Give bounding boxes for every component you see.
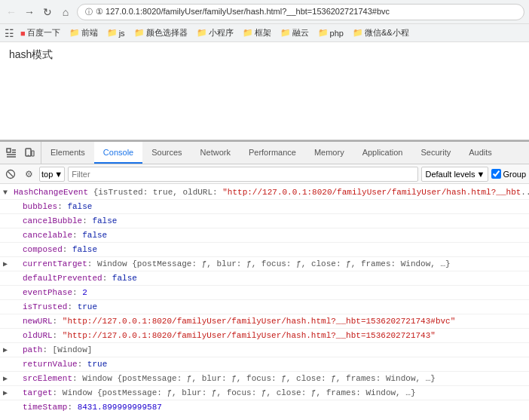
baidu-icon: ■ — [20, 29, 26, 38]
bookmark-miniapp[interactable]: 📁 小程序 — [194, 26, 237, 39]
filter-toggle-button[interactable]: ⚙ — [21, 167, 36, 182]
level-dropdown-icon: ▼ — [477, 170, 485, 179]
address-bar[interactable]: ⓘ ① 127.0.0.1:8020/familyUser/familyUser… — [77, 4, 524, 20]
bookmark-baidu[interactable]: ■ 百度一下 — [17, 26, 63, 39]
folder-icon-fw: 📁 — [243, 28, 253, 38]
tab-sources[interactable]: Sources — [142, 142, 191, 164]
console-toolbar: ⚙ top ▼ Default levels ▼ Group — [0, 164, 529, 184]
inspect-element-button[interactable] — [3, 145, 20, 161]
console-line: isTrusted: true — [0, 300, 529, 314]
folder-icon-wx: 📁 — [353, 28, 363, 38]
lock-icon: ⓘ — [85, 7, 93, 17]
svg-line-9 — [8, 171, 14, 176]
expand-arrow[interactable]: ▼ — [3, 187, 8, 199]
tab-network[interactable]: Network — [191, 142, 240, 164]
bookmark-js[interactable]: 📁 js — [104, 27, 128, 38]
console-line: cancelable: false — [0, 228, 529, 243]
console-line: eventPhase: 2 — [0, 286, 529, 300]
console-line: timeStamp: 8431.899999999587 — [0, 400, 529, 412]
svg-point-7 — [28, 155, 29, 156]
bookmark-wechat[interactable]: 📁 微信&&小程 — [350, 26, 412, 39]
reload-button[interactable]: ↻ — [41, 5, 54, 19]
console-line: returnValue: true — [0, 357, 529, 372]
svg-rect-6 — [32, 151, 34, 156]
bookmark-frontend[interactable]: 📁 前端 — [66, 26, 101, 39]
console-line: oldURL: "http://127.0.0.1:8020/familyUse… — [0, 329, 529, 343]
console-line: newURL: "http://127.0.0.1:8020/familyUse… — [0, 314, 529, 329]
console-line: composed: false — [0, 243, 529, 257]
tab-performance[interactable]: Performance — [240, 142, 305, 164]
folder-icon-rong: 📁 — [280, 28, 291, 38]
svg-rect-0 — [7, 149, 11, 152]
tab-memory[interactable]: Memory — [305, 142, 353, 164]
bookmark-colorpicker[interactable]: 📁 颜色选择器 — [131, 26, 191, 39]
console-line: ▶srcElement: Window {postMessage: ƒ, blu… — [0, 372, 529, 386]
devtools-icon-group — [0, 142, 41, 164]
folder-icon-color: 📁 — [134, 28, 145, 38]
console-filter-input[interactable] — [68, 167, 418, 182]
folder-icon: 📁 — [69, 28, 80, 38]
console-line: ▶target: Window {postMessage: ƒ, blur: ƒ… — [0, 386, 529, 400]
address-text: ① 127.0.0.1:8020/familyUser/familyUser/h… — [96, 7, 390, 17]
expand-arrow[interactable]: ▶ — [3, 259, 8, 271]
group-similar-toggle[interactable]: Group — [491, 169, 526, 179]
bookmark-framework[interactable]: 📁 框架 — [240, 26, 274, 39]
console-output: ▼HashChangeEvent {isTrusted: true, oldUR… — [0, 184, 529, 412]
expand-arrow[interactable]: ▶ — [3, 373, 8, 385]
console-line: bubbles: false — [0, 200, 529, 214]
console-line: ▶path: [Window] — [0, 343, 529, 357]
bookmarks-bar: ☷ ■ 百度一下 📁 前端 📁 js 📁 颜色选择器 📁 小程序 📁 框架 📁 … — [0, 24, 529, 42]
clear-console-button[interactable] — [3, 167, 18, 182]
device-toolbar-button[interactable] — [21, 145, 38, 161]
bookmark-php[interactable]: 📁 php — [315, 27, 347, 38]
folder-icon-mini: 📁 — [197, 28, 207, 38]
back-button[interactable]: ← — [5, 5, 18, 19]
context-selector[interactable]: top ▼ — [39, 167, 65, 182]
console-line: ▶currentTarget: Window {postMessage: ƒ, … — [0, 257, 529, 271]
tab-security[interactable]: Security — [411, 142, 460, 164]
folder-icon-js: 📁 — [107, 28, 118, 38]
forward-button[interactable]: → — [23, 5, 36, 19]
tab-elements[interactable]: Elements — [41, 142, 94, 164]
level-selector[interactable]: Default levels ▼ — [421, 167, 488, 182]
tab-application[interactable]: Application — [353, 142, 412, 164]
home-button[interactable]: ⌂ — [59, 5, 72, 19]
browser-toolbar: ← → ↻ ⌂ ⓘ ① 127.0.0.1:8020/familyUser/fa… — [0, 0, 529, 24]
console-line: cancelBubble: false — [0, 214, 529, 228]
console-line: defaultPrevented: false — [0, 271, 529, 286]
page-title: hash模式 — [9, 48, 520, 62]
tab-audits[interactable]: Audits — [460, 142, 501, 164]
context-dropdown-icon: ▼ — [54, 170, 63, 179]
tab-console[interactable]: Console — [94, 142, 142, 164]
apps-icon[interactable]: ☷ — [5, 27, 14, 39]
devtools-tab-bar: Elements Console Sources Network Perform… — [0, 142, 529, 164]
expand-arrow[interactable]: ▶ — [3, 388, 8, 400]
folder-icon-php: 📁 — [318, 28, 329, 38]
devtools-panel: Elements Console Sources Network Perform… — [0, 140, 529, 412]
expand-arrow[interactable]: ▶ — [3, 345, 8, 357]
console-line: ▼HashChangeEvent {isTrusted: true, oldUR… — [0, 185, 529, 200]
page-content: hash模式 — [0, 42, 529, 140]
bookmark-rongcloud[interactable]: 📁 融云 — [277, 26, 312, 39]
